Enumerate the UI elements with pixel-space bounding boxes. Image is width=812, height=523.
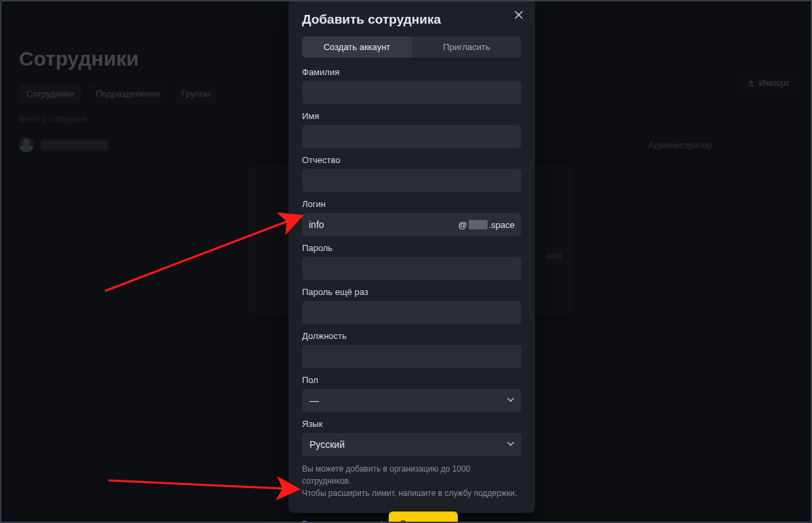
chevron-down-icon (507, 394, 515, 407)
surname-input[interactable] (302, 81, 521, 104)
modal-mode-tabs: Создать аккаунт Пригласить (302, 37, 521, 58)
password2-input[interactable] (302, 301, 521, 324)
label-gender: Пол (302, 375, 521, 385)
label-login: Логин (302, 199, 521, 209)
gender-select[interactable]: — (302, 389, 521, 412)
label-patronymic: Отчество (302, 155, 521, 165)
tab-create-account[interactable]: Создать аккаунт (302, 37, 412, 58)
label-password2: Пароль ещё раз (302, 287, 521, 297)
label-name: Имя (302, 111, 521, 121)
expand-limit-label: Расширить лимит (302, 519, 375, 523)
label-surname: Фамилия (302, 67, 521, 77)
label-password: Пароль (302, 243, 521, 253)
login-suffix-at: @ (458, 220, 467, 230)
language-select[interactable]: Русский (302, 433, 521, 456)
tab-invite[interactable]: Пригласить (412, 37, 521, 58)
password-input[interactable] (302, 257, 521, 280)
expand-limit-link[interactable]: Расширить лимит (302, 519, 386, 523)
modal-title: Добавить сотрудника (302, 12, 521, 27)
login-input[interactable] (302, 219, 458, 230)
patronymic-input[interactable] (302, 169, 521, 192)
name-input[interactable] (302, 125, 521, 148)
add-employee-modal: Добавить сотрудника Создать аккаунт Приг… (289, 0, 535, 513)
label-position: Должность (302, 331, 521, 341)
close-button[interactable] (511, 7, 527, 23)
chevron-down-icon (507, 438, 515, 451)
close-icon (514, 10, 523, 20)
gender-value: — (309, 395, 319, 406)
language-value: Русский (309, 439, 345, 450)
save-button[interactable]: Сохранить (389, 511, 458, 523)
login-suffix: @ .space (458, 220, 521, 230)
login-wrap: @ .space (302, 213, 521, 236)
limit-hint-2: Чтобы расширить лимит, напишите в службу… (302, 488, 517, 498)
label-language: Язык (302, 419, 521, 429)
chevron-right-icon (379, 519, 386, 523)
position-input[interactable] (302, 345, 521, 368)
login-suffix-tld: .space (489, 220, 515, 230)
login-domain-redacted (469, 220, 488, 229)
limit-hint: Вы можете добавить в организацию до 1000… (302, 463, 521, 499)
limit-hint-1: Вы можете добавить в организацию до 1000… (302, 464, 471, 486)
